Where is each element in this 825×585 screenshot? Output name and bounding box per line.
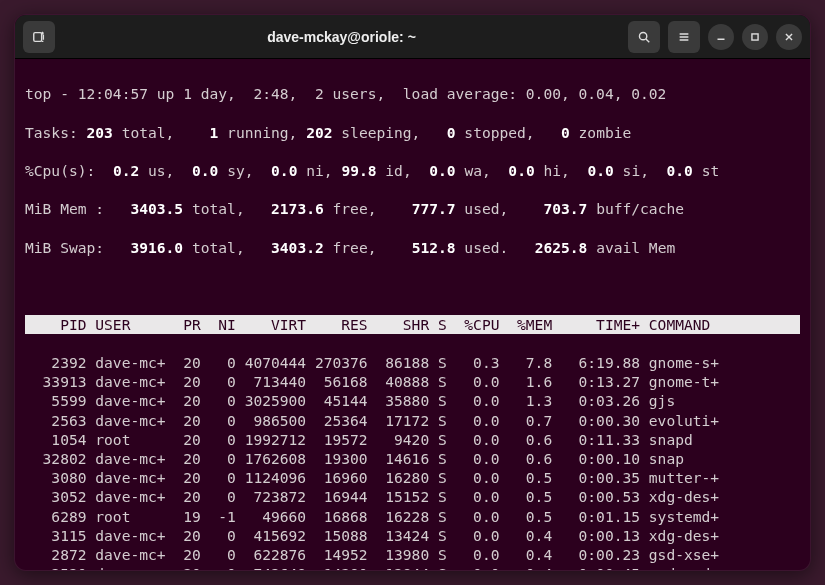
close-button[interactable] xyxy=(776,24,802,50)
search-button[interactable] xyxy=(628,21,660,53)
table-row: 3080 dave-mc+ 20 0 1124096 16960 16280 S… xyxy=(25,468,800,487)
svg-rect-0 xyxy=(34,32,42,41)
new-tab-button[interactable] xyxy=(23,21,55,53)
window-title: dave-mckay@oriole: ~ xyxy=(267,29,416,45)
top-summary-tasks: Tasks: 203 total, 1 running, 202 sleepin… xyxy=(25,123,800,142)
table-row: 5599 dave-mc+ 20 0 3025900 45144 35880 S… xyxy=(25,391,800,410)
table-row: 2520 dave-mc+ 20 0 742648 14380 12844 S … xyxy=(25,564,800,571)
table-row: 2563 dave-mc+ 20 0 986500 25364 17172 S … xyxy=(25,411,800,430)
table-row: 3115 dave-mc+ 20 0 415692 15088 13424 S … xyxy=(25,526,800,545)
blank-line xyxy=(25,276,800,295)
svg-point-1 xyxy=(639,32,646,39)
table-row: 3052 dave-mc+ 20 0 723872 16944 15152 S … xyxy=(25,487,800,506)
process-table-header: PID USER PR NI VIRT RES SHR S %CPU %MEM … xyxy=(25,315,800,334)
table-row: 2392 dave-mc+ 20 0 4070444 270376 86188 … xyxy=(25,353,800,372)
top-summary-swap: MiB Swap: 3916.0 total, 3403.2 free, 512… xyxy=(25,238,800,257)
terminal-body[interactable]: top - 12:04:57 up 1 day, 2:48, 2 users, … xyxy=(15,59,810,571)
table-row: 1054 root 20 0 1992712 19572 9420 S 0.0 … xyxy=(25,430,800,449)
terminal-window: dave-mckay@oriole: ~ top - 12:04:57 up 1… xyxy=(14,14,811,571)
minimize-button[interactable] xyxy=(708,24,734,50)
table-row: 32802 dave-mc+ 20 0 1762608 19300 14616 … xyxy=(25,449,800,468)
process-table-body: 2392 dave-mc+ 20 0 4070444 270376 86188 … xyxy=(25,353,800,571)
table-row: 33913 dave-mc+ 20 0 713440 56168 40888 S… xyxy=(25,372,800,391)
menu-button[interactable] xyxy=(668,21,700,53)
top-summary-cpu: %Cpu(s): 0.2 us, 0.0 sy, 0.0 ni, 99.8 id… xyxy=(25,161,800,180)
top-summary-mem: MiB Mem : 3403.5 total, 2173.6 free, 777… xyxy=(25,199,800,218)
top-summary-uptime: top - 12:04:57 up 1 day, 2:48, 2 users, … xyxy=(25,84,800,103)
table-row: 2872 dave-mc+ 20 0 622876 14952 13980 S … xyxy=(25,545,800,564)
maximize-button[interactable] xyxy=(742,24,768,50)
titlebar: dave-mckay@oriole: ~ xyxy=(15,15,810,59)
svg-rect-2 xyxy=(752,33,758,39)
table-row: 6289 root 19 -1 49660 16868 16228 S 0.0 … xyxy=(25,507,800,526)
